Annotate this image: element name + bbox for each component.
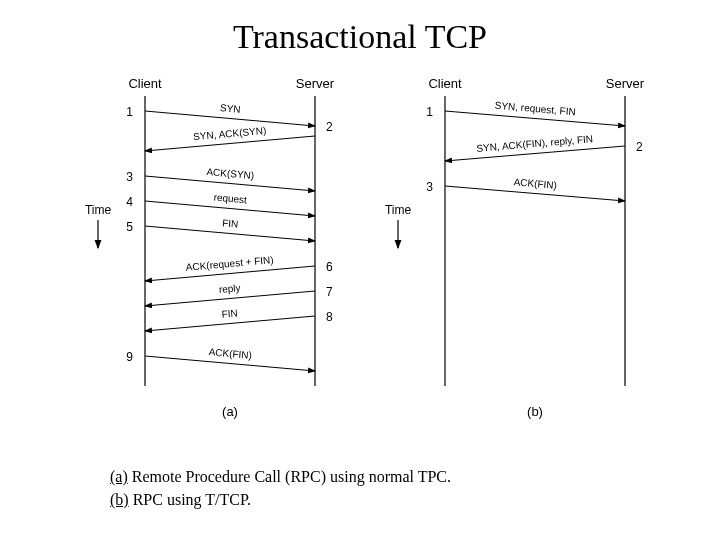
msg-a-2: SYN, ACK(SYN) xyxy=(193,125,267,142)
caption-text-b: RPC using T/TCP. xyxy=(129,491,251,508)
tick-a-c-9: 9 xyxy=(126,350,133,364)
tick-a-s-8: 8 xyxy=(326,310,333,324)
tick-a-s-6: 6 xyxy=(326,260,333,274)
caption-key-a: (a) xyxy=(110,468,128,485)
diagram-a: Client Server Time SYN 1 2 SYN, ACK(SYN)… xyxy=(85,76,335,419)
tick-a-c-4: 4 xyxy=(126,195,133,209)
caption: (a) Remote Procedure Call (RPC) using no… xyxy=(110,465,451,511)
role-client-b: Client xyxy=(428,76,462,91)
tick-a-c-1: 1 xyxy=(126,105,133,119)
tick-b-c-3: 3 xyxy=(426,180,433,194)
sublabel-b: (b) xyxy=(527,404,543,419)
tick-b-s-2: 2 xyxy=(636,140,643,154)
time-label-b: Time xyxy=(385,203,412,217)
tick-a-c-5: 5 xyxy=(126,220,133,234)
msg-a-7: reply xyxy=(218,282,241,295)
msg-a-6: ACK(request + FIN) xyxy=(185,254,274,273)
page-title: Transactional TCP xyxy=(0,18,720,56)
sequence-diagrams: Client Server Time SYN 1 2 SYN, ACK(SYN)… xyxy=(0,66,720,436)
msg-a-1: SYN xyxy=(220,102,241,115)
msg-b-3: ACK(FIN) xyxy=(513,176,557,191)
msg-a-9: ACK(FIN) xyxy=(208,346,252,361)
msg-a-5: FIN xyxy=(222,217,239,229)
role-server-a: Server xyxy=(296,76,335,91)
msg-a-4: request xyxy=(213,192,247,206)
caption-text-a: Remote Procedure Call (RPC) using normal… xyxy=(128,468,451,485)
msg-b-1: SYN, request, FIN xyxy=(494,100,576,118)
caption-key-b: (b) xyxy=(110,491,129,508)
sublabel-a: (a) xyxy=(222,404,238,419)
role-server-b: Server xyxy=(606,76,645,91)
role-client-a: Client xyxy=(128,76,162,91)
tick-a-s-2: 2 xyxy=(326,120,333,134)
tick-a-c-3: 3 xyxy=(126,170,133,184)
msg-b-2: SYN, ACK(FIN), reply, FIN xyxy=(476,133,594,154)
msg-a-8: FIN xyxy=(221,307,238,319)
diagram-b: Client Server Time SYN, request, FIN 1 S… xyxy=(385,76,645,419)
msg-a-3: ACK(SYN) xyxy=(206,166,255,181)
time-label-a: Time xyxy=(85,203,112,217)
tick-b-c-1: 1 xyxy=(426,105,433,119)
tick-a-s-7: 7 xyxy=(326,285,333,299)
